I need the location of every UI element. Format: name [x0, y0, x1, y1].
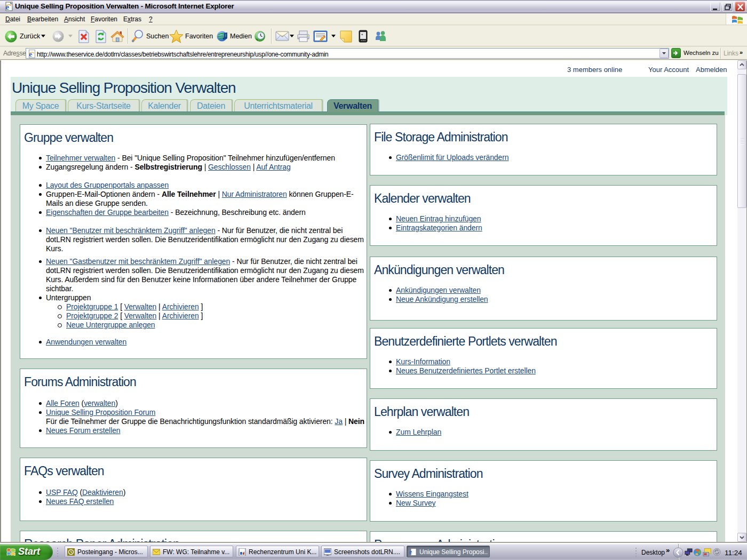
- svg-text:*: *: [361, 33, 363, 38]
- svg-text:e: e: [409, 549, 412, 555]
